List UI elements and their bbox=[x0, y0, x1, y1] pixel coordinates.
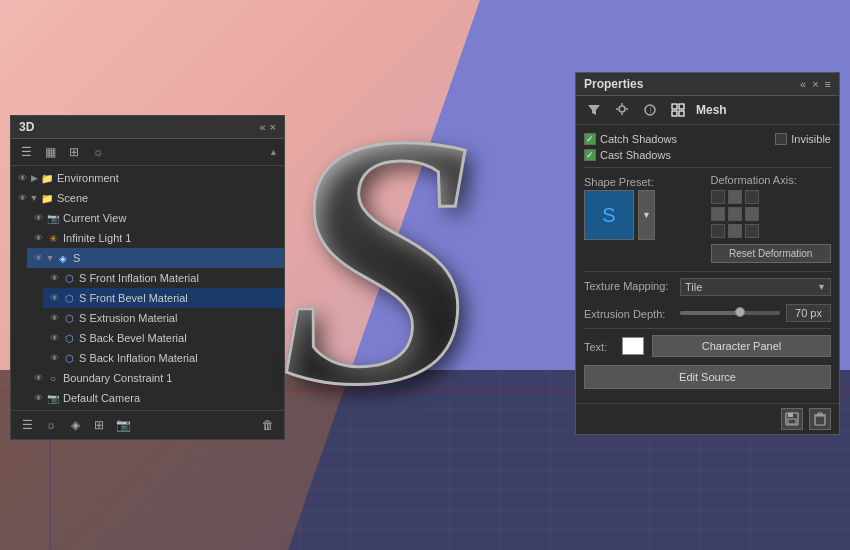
bottom-material-icon[interactable]: ◈ bbox=[65, 415, 85, 435]
tab-material[interactable] bbox=[640, 100, 660, 120]
constraint-icon: ○ bbox=[45, 370, 61, 386]
extrusion-value[interactable]: 70 px bbox=[786, 304, 831, 322]
list-icon[interactable]: ☰ bbox=[17, 143, 35, 161]
tree-item-current-view[interactable]: 👁 📷 Current View bbox=[27, 208, 284, 228]
texture-mapping-dropdown[interactable]: Tile ▼ bbox=[680, 278, 831, 296]
invisible-item[interactable]: Invisible bbox=[775, 133, 831, 145]
extrusion-slider[interactable] bbox=[680, 311, 780, 315]
label-s-front-inflation: S Front Inflation Material bbox=[77, 272, 280, 284]
tree-item-environment[interactable]: 👁 ▶ 📁 Environment bbox=[11, 168, 284, 188]
character-panel-button[interactable]: Character Panel bbox=[652, 335, 831, 357]
text-color-swatch[interactable] bbox=[622, 337, 644, 355]
edit-source-button[interactable]: Edit Source bbox=[584, 365, 831, 389]
svg-rect-35 bbox=[788, 413, 793, 417]
deform-cell-3[interactable] bbox=[711, 207, 725, 221]
deform-cell-0[interactable] bbox=[711, 190, 725, 204]
bottom-light-icon[interactable]: ☼ bbox=[41, 415, 61, 435]
eye-icon-scene[interactable]: 👁 bbox=[15, 191, 29, 205]
eye-icon-s-back-bevel[interactable]: 👁 bbox=[47, 331, 61, 345]
eye-icon-s-front-inflation[interactable]: 👁 bbox=[47, 271, 61, 285]
catch-shadows-checkbox[interactable] bbox=[584, 133, 596, 145]
texture-mapping-label: Texture Mapping: bbox=[584, 278, 674, 292]
texture-mapping-value: Tile bbox=[685, 281, 702, 293]
cast-shadows-checkbox[interactable] bbox=[584, 149, 596, 161]
panel-3d-collapse[interactable]: « bbox=[259, 121, 265, 133]
deform-cell-4[interactable] bbox=[728, 207, 742, 221]
deform-cell-1[interactable] bbox=[728, 190, 742, 204]
eye-icon-s-back-inflation[interactable]: 👁 bbox=[47, 351, 61, 365]
deform-cell-8[interactable] bbox=[745, 224, 759, 238]
eye-icon-current-view[interactable]: 👁 bbox=[31, 211, 45, 225]
deform-cell-7[interactable] bbox=[728, 224, 742, 238]
tree-item-s-front-inflation[interactable]: 👁 ⬡ S Front Inflation Material bbox=[43, 268, 284, 288]
material-icon-s-front-inflation: ⬡ bbox=[61, 270, 77, 286]
filter-icon[interactable]: ⊞ bbox=[65, 143, 83, 161]
collapse-scene[interactable]: ▼ bbox=[29, 193, 39, 203]
props-save-icon[interactable] bbox=[781, 408, 803, 430]
deform-cell-5[interactable] bbox=[745, 207, 759, 221]
texture-mapping-row: Texture Mapping: Tile ▼ bbox=[584, 278, 831, 296]
bottom-list-icon[interactable]: ☰ bbox=[17, 415, 37, 435]
tree-item-s-back-bevel[interactable]: 👁 ⬡ S Back Bevel Material bbox=[43, 328, 284, 348]
tree-item-s-front-bevel[interactable]: 👁 ⬡ S Front Bevel Material bbox=[43, 288, 284, 308]
tab-light[interactable] bbox=[612, 100, 632, 120]
object-icon-s: ◈ bbox=[55, 250, 71, 266]
tree-item-default-camera[interactable]: 👁 📷 Default Camera bbox=[27, 388, 284, 408]
tab-filter[interactable] bbox=[584, 100, 604, 120]
text-label: Text: bbox=[584, 339, 614, 353]
deform-cell-2[interactable] bbox=[745, 190, 759, 204]
scroll-up-arrow[interactable]: ▲ bbox=[269, 147, 278, 157]
svg-rect-33 bbox=[679, 111, 684, 116]
svg-rect-37 bbox=[815, 416, 825, 425]
tree-item-s-back-inflation[interactable]: 👁 ⬡ S Back Inflation Material bbox=[43, 348, 284, 368]
props-close-icon[interactable]: × bbox=[812, 78, 818, 90]
reset-deformation-button[interactable]: Reset Deformation bbox=[711, 244, 832, 263]
label-environment: Environment bbox=[55, 172, 280, 184]
props-delete-icon[interactable] bbox=[809, 408, 831, 430]
catch-shadows-item[interactable]: Catch Shadows bbox=[584, 133, 677, 145]
folder-icon-environment: 📁 bbox=[39, 170, 55, 186]
shape-preset-dropdown[interactable]: ▼ bbox=[638, 190, 655, 240]
eye-icon-infinite-light[interactable]: 👁 bbox=[31, 231, 45, 245]
panel-3d-title: 3D bbox=[19, 120, 34, 134]
bottom-mesh-icon[interactable]: ⊞ bbox=[89, 415, 109, 435]
eye-icon-s-extrusion[interactable]: 👁 bbox=[47, 311, 61, 325]
svg-rect-32 bbox=[672, 111, 677, 116]
material-icon-s-extrusion: ⬡ bbox=[61, 310, 77, 326]
panel-properties: Properties « × ≡ Mesh Catch Shadows bbox=[575, 72, 840, 435]
material-icon-s-front-bevel: ⬡ bbox=[61, 290, 77, 306]
tab-mesh[interactable] bbox=[668, 100, 688, 120]
eye-icon-environment[interactable]: 👁 bbox=[15, 171, 29, 185]
eye-icon-boundary[interactable]: 👁 bbox=[31, 371, 45, 385]
label-s-back-bevel: S Back Bevel Material bbox=[77, 332, 280, 344]
tree-item-infinite-light[interactable]: 👁 ✳ Infinite Light 1 bbox=[27, 228, 284, 248]
collapse-s[interactable]: ▼ bbox=[45, 253, 55, 263]
tree-item-s-extrusion[interactable]: 👁 ⬡ S Extrusion Material bbox=[43, 308, 284, 328]
bottom-delete-icon[interactable]: 🗑 bbox=[258, 415, 278, 435]
extrusion-depth-label: Extrusion Depth: bbox=[584, 306, 674, 320]
light-icon[interactable]: ☼ bbox=[89, 143, 107, 161]
panel-3d-close[interactable]: × bbox=[270, 121, 276, 133]
eye-icon-default-camera[interactable]: 👁 bbox=[31, 391, 45, 405]
grid-icon[interactable]: ▦ bbox=[41, 143, 59, 161]
tree-item-scene[interactable]: 👁 ▼ 📁 Scene bbox=[11, 188, 284, 208]
collapse-environment[interactable]: ▶ bbox=[29, 173, 39, 183]
material-icon-s-back-inflation: ⬡ bbox=[61, 350, 77, 366]
cast-shadows-item[interactable]: Cast Shadows bbox=[584, 149, 671, 161]
props-menu-icon[interactable]: ≡ bbox=[825, 78, 831, 90]
deform-cell-6[interactable] bbox=[711, 224, 725, 238]
tree-item-s-object[interactable]: 👁 ▼ ◈ S bbox=[27, 248, 284, 268]
slider-thumb[interactable] bbox=[735, 307, 745, 317]
eye-icon-s[interactable]: 👁 bbox=[31, 251, 45, 265]
shape-preset-section: Shape Preset: S ▼ bbox=[584, 174, 705, 240]
tree-item-boundary-constraint[interactable]: 👁 ○ Boundary Constraint 1 bbox=[27, 368, 284, 388]
shape-preset-row: Shape Preset: S ▼ Deformation Axis: bbox=[584, 174, 831, 263]
label-boundary-constraint: Boundary Constraint 1 bbox=[61, 372, 280, 384]
cast-shadows-row: Cast Shadows bbox=[584, 149, 831, 161]
props-collapse-icon[interactable]: « bbox=[800, 78, 806, 90]
bottom-camera-icon[interactable]: 📷 bbox=[113, 415, 133, 435]
invisible-checkbox[interactable] bbox=[775, 133, 787, 145]
shape-preset-box[interactable]: S bbox=[584, 190, 634, 240]
scene-tree: 👁 ▶ 📁 Environment 👁 ▼ 📁 Scene 👁 📷 Curren… bbox=[11, 166, 284, 410]
eye-icon-s-front-bevel[interactable]: 👁 bbox=[47, 291, 61, 305]
